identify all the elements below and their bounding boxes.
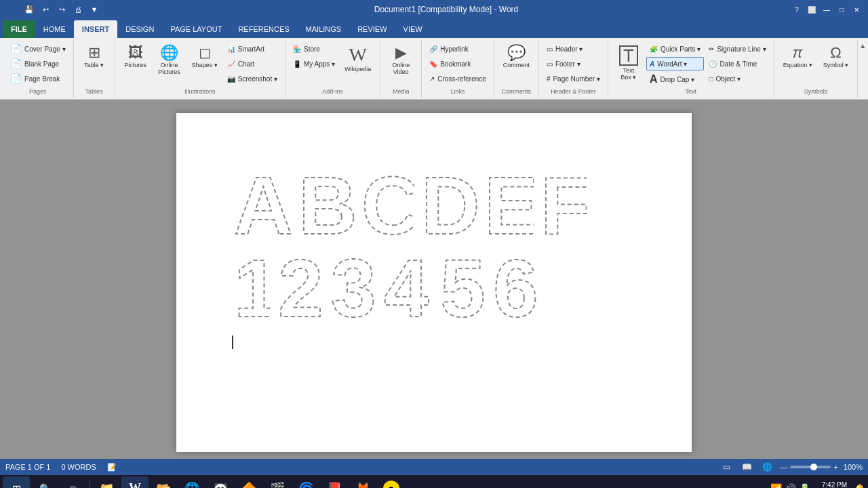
drop-cap-button[interactable]: A Drop Cap ▾: [646, 72, 704, 87]
shapes-button[interactable]: ◻ Shapes ▾: [187, 42, 222, 72]
panda-taskbar[interactable]: 🐼: [207, 476, 234, 488]
svg-text:W: W: [9, 4, 18, 15]
quick-parts-button[interactable]: 🧩 Quick Parts ▾: [646, 42, 704, 56]
letters-row-1: A B C D E F: [231, 154, 587, 242]
media-label: Media: [383, 87, 418, 96]
group-text: T TextBox ▾ 🧩 Quick Parts ▾ A WordArt ▾ …: [608, 39, 774, 98]
hyperlink-icon: 🔗: [429, 45, 437, 53]
zoom-out-button[interactable]: —: [780, 463, 787, 471]
group-tables: ⊞ Table ▾ Tables: [74, 39, 115, 98]
vlc-taskbar[interactable]: 🔶: [235, 476, 262, 488]
pdf-taskbar[interactable]: 📕: [321, 476, 348, 488]
svg-text:2: 2: [278, 249, 323, 323]
tab-page-layout[interactable]: PAGE LAYOUT: [162, 20, 230, 38]
firefox-taskbar[interactable]: 🦊: [349, 476, 376, 488]
title-bar-controls: ? ⬜ — □ ✕: [791, 3, 863, 16]
text-box-button[interactable]: T TextBox ▾: [612, 42, 645, 84]
camera-taskbar[interactable]: ●: [378, 476, 405, 488]
files2-taskbar[interactable]: 📂: [150, 476, 177, 488]
smartart-icon: 📊: [227, 45, 235, 53]
title-bar-left: W 💾 ↩ ↪ 🖨 ▼: [5, 2, 102, 17]
quick-access-toolbar: W 💾 ↩ ↪ 🖨 ▼: [5, 2, 102, 17]
header-button[interactable]: ▭ Header ▾: [543, 42, 604, 56]
illustrations-label: Illustrations: [118, 87, 282, 96]
table-button[interactable]: ⊞ Table ▾: [78, 42, 111, 72]
maximize-button[interactable]: □: [835, 3, 848, 16]
equation-icon: π: [793, 45, 803, 60]
object-button[interactable]: □ Object ▾: [705, 72, 769, 85]
date-time-button[interactable]: 🕐 Date & Time: [705, 57, 769, 70]
page-number-button[interactable]: # Page Number ▾: [543, 72, 604, 85]
tab-mailings[interactable]: MAILINGS: [298, 20, 350, 38]
online-pictures-button[interactable]: 🌐 OnlinePictures: [153, 42, 186, 79]
bookmark-button[interactable]: 🔖 Bookmark: [426, 57, 490, 70]
search-button[interactable]: 🔍: [31, 476, 58, 488]
store-button[interactable]: 🏪 Store: [290, 42, 338, 56]
help-button[interactable]: ?: [791, 3, 803, 16]
group-pages: 📄 Cover Page ▾ 📄 Blank Page 📄 Page Break…: [3, 39, 74, 98]
cross-reference-button[interactable]: ↗ Cross-reference: [426, 72, 490, 85]
text-box-icon: T: [619, 45, 638, 66]
tab-design[interactable]: DESIGN: [117, 20, 162, 38]
hyperlink-button[interactable]: 🔗 Hyperlink: [426, 42, 490, 56]
tab-review[interactable]: REVIEW: [349, 20, 395, 38]
cover-page-button[interactable]: 📄 Cover Page ▾: [7, 42, 69, 56]
chrome-taskbar[interactable]: 🌐: [178, 476, 205, 488]
chart-button[interactable]: 📈 Chart: [224, 57, 281, 70]
minimize-button[interactable]: —: [821, 3, 833, 16]
file-explorer-taskbar[interactable]: 📁: [93, 476, 120, 488]
tab-view[interactable]: VIEW: [395, 20, 431, 38]
tab-references[interactable]: REFERENCES: [230, 20, 297, 38]
comments-buttons: 💬 Comment: [497, 41, 536, 87]
my-apps-button[interactable]: 📱 My Apps ▾: [290, 57, 338, 70]
document-page[interactable]: A B C D E F: [176, 113, 692, 452]
number-2: 2: [277, 249, 324, 323]
comment-button[interactable]: 💬 Comment: [498, 42, 534, 72]
wordart-button[interactable]: A WordArt ▾: [646, 57, 704, 70]
online-video-button[interactable]: ▶ OnlineVideo: [384, 42, 417, 79]
status-bar: PAGE 1 OF 1 0 WORDS 📝 ▭ 📖 🌐 — + 100%: [0, 459, 868, 475]
read-mode-button[interactable]: 📖: [739, 460, 754, 474]
zoom-bar: — + 100%: [780, 463, 863, 471]
customize-qat[interactable]: ▼: [87, 2, 102, 17]
signature-line-button[interactable]: ✏ Signature Line ▾: [705, 42, 769, 56]
tab-file[interactable]: FILE: [3, 20, 35, 38]
page-break-button[interactable]: 📄 Page Break: [7, 72, 69, 85]
swirl-taskbar[interactable]: 🌀: [292, 476, 319, 488]
ribbon-collapse[interactable]: ▲: [858, 39, 867, 98]
close-button[interactable]: ✕: [850, 3, 863, 16]
footer-button[interactable]: ▭ Footer ▾: [543, 57, 604, 70]
task-view-icon: ⧉: [70, 483, 77, 489]
start-button[interactable]: ⊞: [3, 476, 30, 488]
swirl-icon: 🌀: [298, 481, 313, 488]
proofing-icon[interactable]: 📝: [107, 463, 117, 472]
screenshot-button[interactable]: 📷 Screenshot ▾: [224, 72, 281, 85]
zoom-slider[interactable]: [790, 466, 831, 468]
video-taskbar[interactable]: 🎬: [264, 476, 291, 488]
pictures-button[interactable]: 🖼 Pictures: [119, 42, 152, 72]
sign-in-button[interactable]: Sign in: [831, 30, 868, 38]
zoom-in-button[interactable]: +: [833, 463, 837, 471]
smartart-button[interactable]: 📊 SmartArt: [224, 42, 281, 56]
ribbon-display-button[interactable]: ⬜: [806, 3, 818, 16]
symbol-button[interactable]: Ω Symbol ▾: [818, 42, 854, 72]
print-button[interactable]: 🖨: [71, 2, 85, 17]
tab-insert[interactable]: INSERT: [74, 20, 117, 38]
wikipedia-button[interactable]: W Wikipedia: [340, 42, 376, 76]
links-label: Links: [425, 87, 491, 96]
redo-button[interactable]: ↪: [54, 2, 69, 17]
task-view-button[interactable]: ⧉: [60, 476, 87, 488]
blank-page-button[interactable]: 📄 Blank Page: [7, 57, 69, 70]
comments-label: Comments: [497, 87, 536, 96]
web-layout-button[interactable]: 🌐: [760, 460, 774, 474]
tab-home[interactable]: HOME: [35, 20, 74, 38]
notification-icon[interactable]: 🔔: [854, 483, 865, 488]
save-button[interactable]: 💾: [22, 2, 37, 17]
text-cursor: [232, 336, 233, 349]
undo-button[interactable]: ↩: [38, 2, 53, 17]
print-layout-button[interactable]: ▭: [719, 460, 734, 474]
word-taskbar[interactable]: W: [121, 476, 149, 488]
equation-button[interactable]: π Equation ▾: [778, 42, 817, 72]
files2-icon: 📂: [156, 481, 171, 488]
tables-buttons: ⊞ Table ▾: [77, 41, 112, 87]
